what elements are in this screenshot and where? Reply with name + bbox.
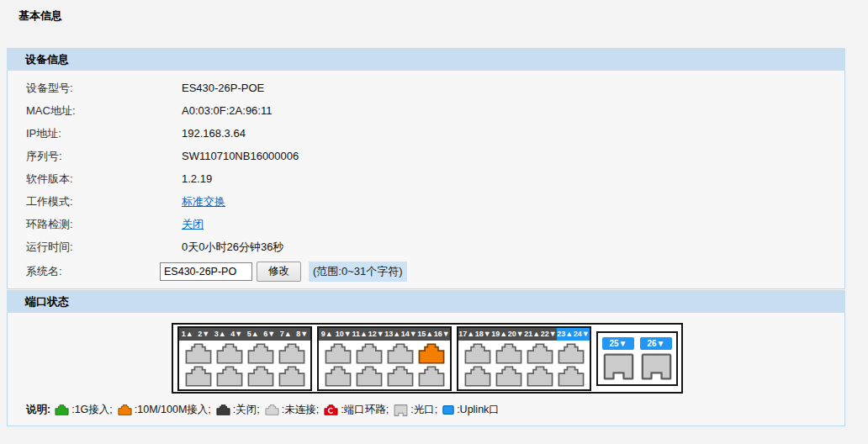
- port-14: [387, 366, 414, 387]
- port-15: [418, 343, 445, 364]
- port-header-label-19: 19▲: [491, 328, 508, 341]
- port-13: [387, 343, 414, 364]
- system-name-row: 系统名:修改(范围:0~31个字符): [8, 258, 844, 284]
- info-label: IP地址:: [26, 126, 182, 141]
- port-11: [356, 343, 383, 364]
- port-loop-icon: [324, 404, 338, 415]
- port-legend: 说明: :1G接入;:10M/100M接入;:关闭;:未连接;:端口环路;:光口…: [26, 403, 505, 417]
- port-1: [185, 343, 212, 364]
- legend-item: :关闭;: [216, 403, 260, 417]
- legend-text: :光口;: [410, 403, 437, 417]
- sfp-port-icon-25: [603, 353, 634, 380]
- port-header-label-18: 18▼: [475, 328, 492, 341]
- info-label: 环路检测:: [26, 217, 182, 232]
- info-value: ES430-26P-POE: [182, 82, 264, 94]
- device-info-rows: 设备型号:ES430-26P-POEMAC地址:A0:03:0F:2A:96:1…: [7, 71, 845, 289]
- port-header-label-13: 13▲: [384, 328, 401, 341]
- uplink-port-icon: [442, 404, 454, 415]
- sfp-port-26: 26▼: [640, 337, 672, 380]
- info-value: 192.168.3.64: [182, 127, 246, 140]
- port-group-header: 9▲10▼11▲12▼13▲14▼15▲16▼: [319, 328, 450, 341]
- port-20: [495, 366, 522, 387]
- port-16: [418, 366, 445, 387]
- port-21: [527, 343, 553, 364]
- legend-title: 说明:: [26, 403, 50, 417]
- port-header-label-10: 10▼: [336, 328, 352, 341]
- info-label: 序列号:: [26, 149, 182, 164]
- port-header-label-15: 15▲: [417, 328, 434, 341]
- port-group-ports: [319, 341, 450, 389]
- info-label: 软件版本:: [26, 172, 182, 187]
- legend-item: :10M/100M接入;: [118, 403, 211, 417]
- port-7: [278, 343, 305, 364]
- info-value: SW110710NB16000006: [182, 150, 299, 162]
- port-header-label-22: 22▼: [541, 328, 558, 341]
- port-header-label-21: 21▲: [524, 328, 541, 341]
- port-header-label-4: 4▼: [229, 328, 246, 341]
- port-group: 1▲2▼3▲4▼5▲6▼7▲8▼: [177, 326, 312, 391]
- port-status-header: 端口状态: [7, 290, 845, 313]
- port-header-label-14: 14▼: [401, 328, 418, 341]
- info-row: 运行时间:0天0小时26分钟36秒: [8, 235, 844, 258]
- modify-button[interactable]: 修改: [257, 262, 301, 282]
- port-header-label-12: 12▼: [368, 328, 385, 341]
- port-12: [356, 366, 383, 387]
- port-icon: [265, 404, 279, 415]
- port-panel: 1▲2▼3▲4▼5▲6▼7▲8▼9▲10▼11▲12▼13▲14▼15▲16▼1…: [172, 323, 683, 394]
- legend-text: :关闭;: [233, 403, 260, 417]
- port-header-label-24: 24▼: [574, 328, 590, 341]
- info-row: MAC地址:A0:03:0F:2A:96:11: [8, 99, 844, 122]
- info-value-link[interactable]: 标准交换: [182, 194, 225, 209]
- port-header-label-8: 8▼: [294, 328, 311, 341]
- device-info-panel: 设备信息 设备型号:ES430-26P-POEMAC地址:A0:03:0F:2A…: [7, 48, 845, 289]
- legend-item: :端口环路;: [324, 403, 389, 417]
- legend-item: :1G接入;: [55, 403, 113, 417]
- info-row: 设备型号:ES430-26P-POE: [8, 77, 844, 99]
- port-header-label-6: 6▼: [262, 328, 278, 341]
- info-value: 0天0小时26分钟36秒: [182, 240, 283, 255]
- port-icon: [55, 404, 69, 415]
- system-name-input[interactable]: [160, 262, 252, 281]
- page-title: 基本信息: [19, 8, 62, 24]
- info-value-link[interactable]: 关闭: [182, 217, 204, 232]
- legend-item: :Uplink口: [442, 403, 500, 417]
- port-22: [527, 366, 553, 387]
- info-row: 环路检测:关闭: [8, 213, 844, 235]
- legend-text: :10M/100M接入;: [135, 403, 211, 417]
- legend-text: :1G接入;: [71, 403, 113, 417]
- range-hint: (范围:0~31个字符): [309, 262, 407, 282]
- legend-text: :端口环路;: [341, 403, 389, 417]
- port-header-label-16: 16▼: [434, 328, 451, 341]
- port-6: [247, 366, 274, 387]
- port-header-label-7: 7▲: [278, 328, 294, 341]
- port-header-label-11: 11▲: [352, 328, 368, 341]
- port-group-ports: [458, 341, 590, 389]
- info-row: 序列号:SW110710NB16000006: [8, 145, 844, 167]
- port-group: 9▲10▼11▲12▼13▲14▼15▲16▼: [317, 326, 452, 391]
- port-5: [247, 343, 274, 364]
- sfp-port-label-25: 25▼: [602, 337, 634, 350]
- port-header-label-5: 5▲: [245, 328, 262, 341]
- port-header-label-23: 23▲: [557, 328, 574, 341]
- port-2: [185, 366, 212, 387]
- info-value: 1.2.19: [182, 172, 212, 185]
- port-group: 17▲18▼19▲20▼21▲22▼23▲24▼: [457, 326, 591, 391]
- info-label: 运行时间:: [26, 240, 182, 255]
- port-23: [558, 343, 585, 364]
- port-header-label-20: 20▼: [508, 328, 525, 341]
- legend-item: :光口;: [394, 403, 437, 417]
- port-17: [464, 343, 491, 364]
- port-header-label-1: 1▲: [179, 328, 196, 341]
- port-19: [495, 343, 522, 364]
- port-icon: [216, 404, 230, 415]
- optical-port-icon: [394, 404, 408, 416]
- port-header-label-3: 3▲: [212, 328, 229, 341]
- legend-text: :未连接;: [282, 403, 319, 417]
- sfp-port-label-26: 26▼: [640, 337, 672, 350]
- info-value: A0:03:0F:2A:96:11: [182, 104, 272, 117]
- legend-text: :Uplink口: [457, 403, 500, 417]
- info-label: 系统名:: [26, 264, 160, 279]
- sfp-port-icon-26: [641, 353, 672, 380]
- port-group-ports: [179, 341, 310, 389]
- info-row: 工作模式:标准交换: [8, 190, 844, 213]
